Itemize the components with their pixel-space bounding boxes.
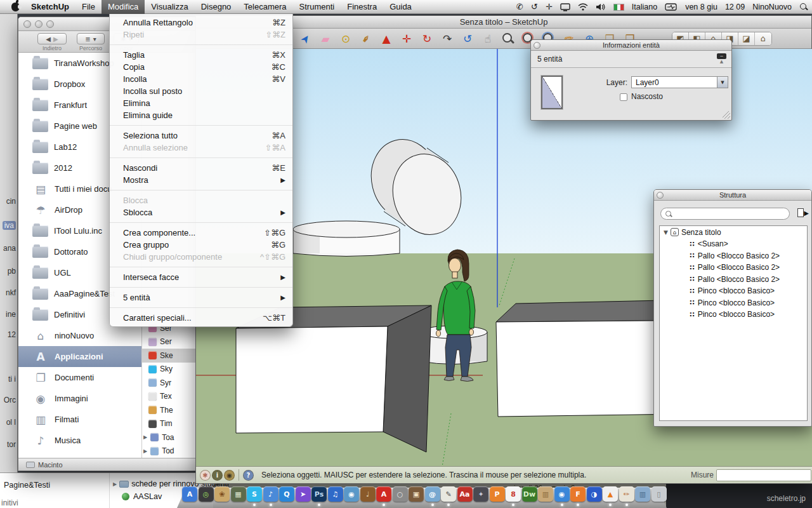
menu-item[interactable]: ▶ (110, 287, 292, 288)
file-row[interactable]: AASLav (122, 492, 162, 501)
sidebar-item-label[interactable]: Pagine&Testi (4, 481, 50, 490)
app-list-row[interactable]: ▶ Ser (142, 335, 197, 349)
menubar-item[interactable]: SketchUp (25, 0, 75, 14)
menu-item[interactable]: Ripeti ⇧⌘Z ▶ (110, 29, 292, 41)
menu-item[interactable]: ▶ (110, 190, 292, 190)
menu-item[interactable]: Interseca facce ▶ (110, 271, 292, 283)
view-button[interactable]: ◪ (738, 32, 755, 45)
collapse-icon[interactable]: –▲ (717, 53, 726, 64)
tool-icon[interactable]: ↻ (419, 31, 435, 46)
minimize-button[interactable] (35, 20, 43, 28)
dock-icon[interactable]: ○ (393, 486, 408, 502)
tool-icon[interactable]: ↺ (460, 31, 475, 46)
status-icon[interactable]: ✱ (200, 470, 211, 481)
menubar-item[interactable]: File (75, 0, 102, 14)
phone-icon[interactable]: ✆ (516, 0, 523, 14)
dock-icon[interactable]: ▯ (652, 486, 667, 502)
app-list-row[interactable]: ▶ Tim (142, 417, 197, 431)
chevron-down-icon[interactable]: ▼ (717, 77, 728, 88)
dock-icon[interactable]: ▥ (635, 486, 650, 502)
details-button[interactable]: ▶ (796, 208, 809, 220)
menu-item[interactable]: Crea gruppo ⌘G ▶ (110, 239, 292, 251)
resize-grip[interactable] (723, 111, 730, 119)
app-list-row[interactable]: ▶ Sky (142, 363, 197, 377)
tree-item-row[interactable]: ∷ Pallo <Blocco Basico 2> (660, 274, 807, 286)
menu-item[interactable]: Crea componente... ⇧⌘G ▶ (110, 227, 292, 239)
dock-icon[interactable]: ♫ (328, 486, 343, 502)
menubar-item[interactable]: Telecamera (237, 0, 292, 14)
tool-icon[interactable]: ↷ (440, 31, 455, 46)
tree-item-row[interactable]: ∷ Pallo <Blocco Basico 2> (660, 250, 807, 262)
dock-icon[interactable]: ▥ (538, 486, 553, 502)
menu-item[interactable]: Elimina ▶ (110, 97, 292, 109)
tool-icon[interactable]: ✒ (358, 31, 374, 46)
dock-icon[interactable]: ▦ (231, 486, 246, 502)
help-icon[interactable]: ? (243, 470, 254, 481)
menubar-item[interactable]: Modifica (102, 0, 145, 14)
tool-icon[interactable]: ▰ (318, 31, 333, 46)
status-icon[interactable]: i (212, 470, 223, 481)
menu-item[interactable]: Annulla selezione ⇧⌘A ▶ (110, 142, 292, 154)
dock-icon[interactable]: S (247, 486, 262, 502)
model-cylinder-large[interactable] (293, 221, 400, 257)
dock-icon[interactable]: P (490, 486, 505, 502)
measure-input[interactable] (716, 469, 811, 481)
app-list-row[interactable]: ▶ Toa (142, 431, 197, 444)
menu-item[interactable]: 5 entità ▶ (110, 291, 292, 304)
layer-dropdown[interactable]: Layer0 ▼ (631, 76, 728, 88)
menu-item[interactable]: Sblocca ▶ (110, 206, 292, 218)
apple-icon[interactable] (11, 3, 20, 11)
dock-icon[interactable]: ◑ (587, 486, 602, 502)
dock-icon[interactable]: ◎ (199, 486, 214, 502)
disclosure-triangle-icon[interactable]: ▶ (143, 434, 147, 440)
zoom-button[interactable] (46, 20, 54, 28)
menu-item[interactable]: Mostra ▶ (110, 174, 292, 186)
menu-item[interactable]: Taglia ⌘X ▶ (110, 49, 292, 61)
outliner-search-input[interactable] (660, 208, 790, 220)
hidden-checkbox[interactable] (620, 93, 627, 101)
tool-icon[interactable]: ➤ (298, 31, 313, 46)
dock-icon[interactable]: ◉ (554, 486, 570, 502)
app-list-row[interactable]: ▶ The (142, 403, 197, 417)
menubar-clock[interactable]: 12 09 (725, 3, 745, 11)
display-icon[interactable] (560, 3, 570, 11)
tool-icon[interactable]: ▲ (379, 31, 394, 46)
dock-icon[interactable]: ◉ (344, 486, 359, 502)
dock-icon[interactable]: Q (279, 486, 294, 502)
menu-item[interactable]: Caratteri speciali... ⌥⌘T ▶ (110, 312, 292, 324)
disclosure-triangle-icon[interactable]: ▶ (113, 481, 117, 487)
dock-icon[interactable]: ➤ (296, 486, 311, 502)
dock-icon[interactable]: ♪ (263, 486, 278, 502)
menu-item[interactable]: Incolla sul posto ▶ (110, 85, 292, 97)
menu-item[interactable]: Seleziona tutto ⌘A ▶ (110, 130, 292, 142)
menubar-item[interactable]: Disegno (195, 0, 238, 14)
tool-icon[interactable] (501, 31, 516, 46)
dock-icon[interactable]: 8 (506, 486, 521, 502)
wifi-icon[interactable] (578, 3, 588, 11)
menu-item[interactable]: Chiudi gruppo/componente ^⇧⌘G ▶ (110, 251, 292, 263)
app-list-row[interactable]: ▶ Tod (142, 444, 197, 458)
dock-icon[interactable]: ▲ (603, 486, 618, 502)
accessibility-icon[interactable]: ✛ (546, 0, 553, 14)
menubar-date[interactable]: ven 8 giu (685, 3, 717, 11)
tree-root-row[interactable]: ▼ ⌂ Senza titolo (660, 226, 807, 238)
dock-icon[interactable]: @ (425, 486, 440, 502)
menubar-item[interactable]: Strumenti (293, 0, 341, 14)
dock-icon[interactable]: A (376, 486, 391, 502)
close-icon[interactable] (657, 192, 664, 199)
back-forward-buttons[interactable]: ◀ ▶ (37, 33, 67, 44)
menu-item[interactable]: Copia ⌘C ▶ (110, 61, 292, 73)
model-box-left[interactable] (236, 305, 431, 452)
view-path-button[interactable]: ≣ ▾ (77, 33, 105, 44)
menu-item[interactable]: ▶ (110, 307, 292, 308)
dock-icon[interactable]: Aa (457, 486, 473, 502)
input-source-label[interactable]: Italiano (632, 3, 657, 11)
dock-icon[interactable]: ▣ (409, 486, 424, 502)
entity-info-panel[interactable]: Informazioni entità 5 entità –▲ Layer: L… (530, 39, 732, 121)
close-icon[interactable] (534, 42, 540, 49)
menu-item[interactable]: ▶ (110, 222, 292, 223)
dock-icon[interactable]: ♩ (360, 486, 376, 502)
menu-item[interactable]: Blocca ▶ (110, 194, 292, 206)
tree-item-row[interactable]: ∷ Pinco <blocco Basico> (660, 285, 807, 297)
dock-icon[interactable]: A (182, 486, 197, 502)
